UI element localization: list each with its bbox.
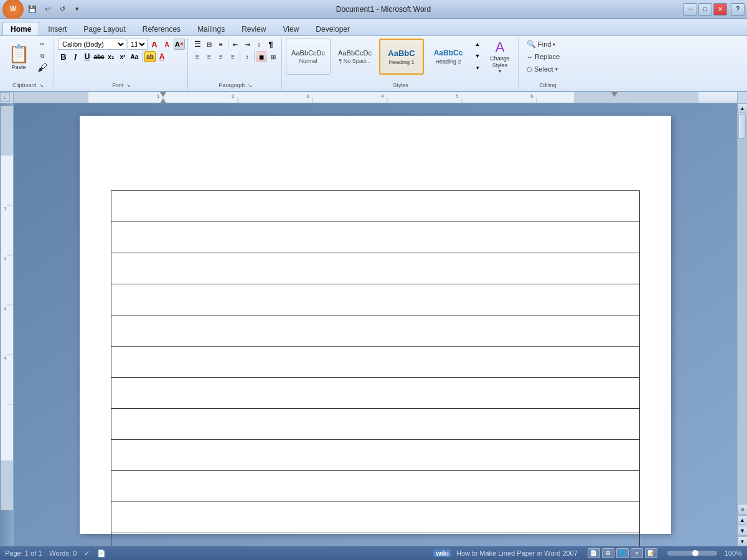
quick-save-button[interactable]: 💾	[26, 3, 39, 16]
decrease-indent-button[interactable]: ⇤	[230, 39, 241, 50]
styles-scroll-down-button[interactable]: ▼	[472, 50, 483, 62]
svg-text:5: 5	[456, 93, 459, 99]
select-button[interactable]: ⬡ Select ▾	[522, 63, 562, 75]
table-cell[interactable]	[111, 440, 640, 471]
superscript-button[interactable]: x²	[117, 51, 128, 62]
font-grow-button[interactable]: A	[149, 39, 160, 50]
help-button[interactable]: ?	[731, 3, 745, 16]
font-size-selector[interactable]: 11	[128, 39, 148, 50]
style-no-spacing-button[interactable]: AaBbCcDc ¶ No Spaci...	[332, 39, 377, 75]
scroll-up-button[interactable]: ▲	[738, 103, 748, 113]
office-button[interactable]: W	[2, 0, 24, 20]
scroll-select-button[interactable]: ⊙	[738, 505, 748, 515]
table-cell[interactable]	[111, 378, 640, 409]
table-cell[interactable]	[111, 284, 640, 315]
next-page-button[interactable]: ▼	[738, 526, 748, 536]
zoom-slider[interactable]	[667, 551, 717, 556]
redo-button[interactable]: ↺	[56, 3, 68, 16]
svg-text:4: 4	[4, 355, 7, 361]
tab-review[interactable]: Review	[233, 22, 274, 35]
style-heading1-button[interactable]: AaBbC Heading 1	[379, 39, 424, 75]
clear-format-icon: A	[175, 40, 180, 48]
format-painter-button[interactable]: 🖌	[34, 62, 51, 73]
table-cell[interactable]	[111, 533, 640, 547]
paste-button[interactable]: 📋 Paste	[5, 39, 32, 75]
tab-insert[interactable]: Insert	[40, 22, 75, 35]
find-button[interactable]: 🔍 Find ▾	[522, 39, 560, 50]
subscript-button[interactable]: x₂	[105, 51, 116, 62]
tab-home[interactable]: Home	[2, 22, 39, 35]
italic-button[interactable]: I	[70, 51, 81, 62]
shading-button[interactable]: ◼	[256, 51, 267, 62]
tab-mailings[interactable]: Mailings	[189, 22, 233, 35]
vertical-scrollbar[interactable]: ▲ ⊙ ▲ ▼ ▼	[737, 103, 747, 546]
prev-page-button[interactable]: ▲	[738, 515, 748, 525]
document-page[interactable]	[80, 116, 671, 534]
change-case-button[interactable]: Aa	[129, 51, 140, 62]
style-heading2-button[interactable]: AaBbCc Heading 2	[426, 39, 471, 75]
table-cell[interactable]	[111, 315, 640, 347]
multilevel-button[interactable]: ≡	[215, 39, 227, 50]
clipboard-dialog-icon[interactable]: ↘	[39, 83, 44, 88]
justify-button[interactable]: ≡	[227, 51, 238, 62]
font-name-selector[interactable]: Calibri (Body)	[58, 39, 126, 50]
underline-button[interactable]: U	[82, 51, 93, 62]
scroll-down-button[interactable]: ▼	[738, 536, 748, 546]
font-shrink-button[interactable]: A	[161, 39, 172, 50]
style-normal-button[interactable]: AaBbCcDc Normal	[286, 39, 331, 75]
table-cell[interactable]	[111, 409, 640, 440]
document-area[interactable]	[14, 103, 737, 546]
scroll-track[interactable]	[738, 114, 747, 504]
customize-quick-access-button[interactable]: ▾	[71, 3, 83, 16]
show-marks-button[interactable]: ¶	[265, 39, 276, 50]
styles-more-button[interactable]: ▾	[472, 62, 483, 73]
zoom-thumb[interactable]	[692, 550, 698, 556]
table-cell[interactable]	[111, 347, 640, 378]
tab-view[interactable]: View	[275, 22, 308, 35]
bold-button[interactable]: B	[58, 51, 69, 62]
table-cell[interactable]	[111, 253, 640, 284]
table-cell[interactable]	[111, 191, 640, 222]
restore-button[interactable]: □	[698, 3, 712, 16]
lined-table[interactable]	[111, 190, 640, 546]
minimize-button[interactable]: ─	[684, 3, 697, 16]
bullets-button[interactable]: ☰	[192, 39, 203, 50]
tab-developer[interactable]: Developer	[308, 22, 358, 35]
table-cell[interactable]	[111, 471, 640, 502]
sort-button[interactable]: ↕	[253, 39, 265, 50]
align-center-button[interactable]: ≡	[204, 51, 215, 62]
outline-view-button[interactable]: ≡	[631, 548, 643, 558]
layout-status[interactable]: 📄	[97, 549, 106, 558]
increase-indent-button[interactable]: ⇥	[242, 39, 253, 50]
close-button[interactable]: ✕	[713, 3, 727, 16]
scroll-thumb[interactable]	[738, 114, 746, 139]
undo-button[interactable]: ↩	[41, 3, 54, 16]
replace-button[interactable]: ↔ Replace	[522, 51, 564, 62]
table-cell[interactable]	[111, 502, 640, 533]
cut-button[interactable]: ✂	[34, 39, 51, 50]
tab-page-layout[interactable]: Page Layout	[75, 22, 133, 35]
paragraph-dialog-icon[interactable]: ↘	[248, 83, 252, 88]
clear-formatting-button[interactable]: A ✕	[174, 39, 185, 50]
copy-button[interactable]: ⧉	[34, 50, 51, 62]
styles-scroll-up-button[interactable]: ▲	[472, 39, 483, 50]
align-right-button[interactable]: ≡	[215, 51, 227, 62]
ruler-corner[interactable]: L	[0, 92, 10, 102]
web-layout-view-button[interactable]: 🌐	[616, 548, 629, 558]
numbering-button[interactable]: ⊟	[204, 39, 215, 50]
change-styles-button[interactable]: A Change Styles ▾	[484, 39, 515, 75]
table-cell[interactable]	[111, 222, 640, 253]
full-reading-view-button[interactable]: ⊞	[602, 548, 614, 558]
line-spacing-button[interactable]: ↕	[242, 51, 253, 62]
spellcheck-status[interactable]: ✓	[84, 549, 90, 558]
text-color-button[interactable]: A	[156, 51, 167, 62]
font-dialog-icon[interactable]: ↘	[126, 83, 131, 88]
divider	[254, 51, 255, 61]
align-left-button[interactable]: ≡	[192, 51, 203, 62]
tab-references[interactable]: References	[134, 22, 189, 35]
borders-button[interactable]: ⊞	[268, 51, 279, 62]
highlight-button[interactable]: ab	[144, 51, 156, 62]
print-layout-view-button[interactable]: 📄	[588, 548, 600, 558]
strikethrough-button[interactable]: abc	[93, 51, 105, 62]
draft-view-button[interactable]: 📝	[645, 548, 657, 558]
